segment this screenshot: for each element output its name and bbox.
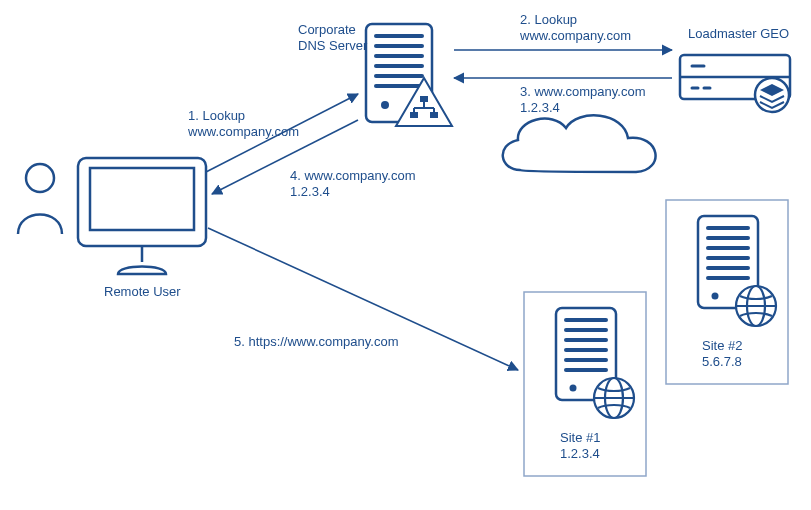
corporate-dns-label: Corporate DNS Server xyxy=(298,22,367,55)
svg-rect-2 xyxy=(90,168,194,230)
remote-user-node xyxy=(18,158,206,274)
globe-icon xyxy=(736,286,776,326)
svg-rect-1 xyxy=(78,158,206,246)
svg-point-45 xyxy=(712,293,719,300)
remote-user-label: Remote User xyxy=(104,284,181,300)
site-1-label: Site #1 1.2.3.4 xyxy=(560,430,600,463)
layers-icon xyxy=(755,78,789,112)
svg-point-0 xyxy=(26,164,54,192)
step-2-label: 2. Lookup www.company.com xyxy=(520,12,631,45)
step-1-label: 1. Lookup www.company.com xyxy=(188,108,299,141)
corporate-dns-node xyxy=(366,24,452,126)
svg-point-11 xyxy=(381,101,389,109)
step-4-label: 4. www.company.com 1.2.3.4 xyxy=(290,168,415,201)
loadmaster-geo-node xyxy=(680,55,790,112)
step-5-label: 5. https://www.company.com xyxy=(234,334,399,350)
svg-rect-12 xyxy=(420,96,428,102)
loadmaster-geo-label: Loadmaster GEO xyxy=(688,26,789,42)
diagram-canvas xyxy=(0,0,811,510)
site-2-label: Site #2 5.6.7.8 xyxy=(702,338,742,371)
svg-rect-13 xyxy=(410,112,418,118)
globe-icon xyxy=(594,378,634,418)
site-2-server-icon xyxy=(698,216,776,326)
step-3-label: 3. www.company.com 1.2.3.4 xyxy=(520,84,645,117)
svg-point-33 xyxy=(570,385,577,392)
svg-rect-14 xyxy=(430,112,438,118)
site-1-server-icon xyxy=(556,308,634,418)
cloud-icon xyxy=(503,115,656,172)
